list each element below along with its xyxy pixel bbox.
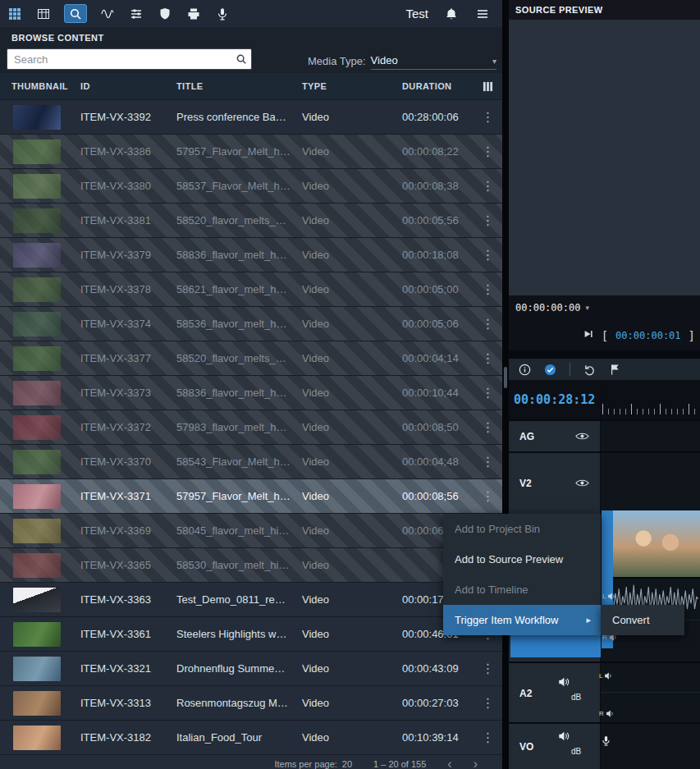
db-label[interactable]: dB xyxy=(571,747,581,756)
item-duration: 00:00:04;48 xyxy=(396,455,474,468)
col-title[interactable]: TITLE xyxy=(170,81,295,91)
speaker-icon[interactable] xyxy=(558,676,570,688)
table-row[interactable]: ITEM-VX-3374 58536_flavor_melt_h… Video … xyxy=(0,307,502,341)
row-actions-kebab-icon[interactable]: ⋮ xyxy=(482,318,495,331)
source-preview-viewport xyxy=(509,20,700,295)
timeline-ruler[interactable] xyxy=(601,380,700,419)
menu-item-add-to-timeline[interactable]: Add to Timeline xyxy=(443,574,601,605)
preview-timecode[interactable]: 00:00:00:00 xyxy=(515,302,580,314)
track-name: A2 xyxy=(519,688,532,699)
table-row[interactable]: ITEM-VX-3321 Drohnenflug Summe… Video 00… xyxy=(0,652,502,686)
menu-item-add-to-project-bin[interactable]: Add to Project Bin xyxy=(443,514,601,544)
timeline-clip-thumbnail[interactable] xyxy=(613,510,700,577)
pagination-bar: Items per page: 20 1 – 20 of 155 ‹ › xyxy=(0,755,502,769)
undo-icon[interactable] xyxy=(583,364,596,376)
table-row[interactable]: ITEM-VX-3381 58520_flavor_melts_… Video … xyxy=(0,204,502,238)
check-circle-icon[interactable] xyxy=(544,364,556,376)
speaker-icon[interactable] xyxy=(604,671,613,680)
chevron-down-icon[interactable]: ▾ xyxy=(585,304,589,312)
item-title: 58536_flavor_melt_h… xyxy=(170,318,295,330)
skip-to-end-icon[interactable] xyxy=(583,328,594,343)
col-duration[interactable]: DURATION xyxy=(396,81,474,91)
table-row[interactable]: ITEM-VX-3392 Press conference Ba… Video … xyxy=(0,100,502,135)
table-row[interactable]: ITEM-VX-3380 58537_Flavor_Melt_h… Video … xyxy=(0,169,502,204)
menu-item-label: Trigger Item Workflow xyxy=(455,614,558,626)
row-actions-kebab-icon[interactable]: ⋮ xyxy=(482,662,495,675)
speaker-icon[interactable] xyxy=(558,730,570,742)
table-row[interactable]: ITEM-VX-3369 58045_flavor_melt_hi… Video… xyxy=(0,514,502,548)
table-row[interactable]: ITEM-VX-3373 58836_flavor_melt_h… Video … xyxy=(0,376,502,410)
row-actions-kebab-icon[interactable]: ⋮ xyxy=(482,111,495,124)
table-row[interactable]: ITEM-VX-3386 57957_Flavor_Melt_h… Video … xyxy=(0,135,502,169)
search-input[interactable] xyxy=(7,53,231,66)
hamburger-menu-icon[interactable] xyxy=(474,6,491,22)
table-row[interactable]: ITEM-VX-3363 Test_Demo_0811_re… Video 00… xyxy=(0,583,502,617)
info-icon[interactable] xyxy=(519,364,531,376)
notifications-bell-icon[interactable] xyxy=(443,6,460,22)
speaker-icon[interactable] xyxy=(607,592,616,601)
table-row-selected[interactable]: ITEM-VX-3371 57957_Flavor_Melt_h… Video … xyxy=(0,479,502,514)
row-actions-kebab-icon[interactable]: ⋮ xyxy=(482,697,495,710)
prev-page-icon[interactable]: ‹ xyxy=(447,759,451,768)
track-ag-header[interactable]: AG xyxy=(509,421,601,451)
track-a2-left-sublane xyxy=(601,663,700,693)
track-vo-header[interactable]: VO dB xyxy=(509,724,601,769)
table-row[interactable]: ITEM-VX-3379 58836_flavor_melt_h… Video … xyxy=(0,238,502,272)
submenu-arrow-icon: ▸ xyxy=(586,615,591,625)
row-actions-kebab-icon[interactable]: ⋮ xyxy=(482,352,495,365)
table-row[interactable]: ITEM-VX-3378 58621_flavor_melt_h… Video … xyxy=(0,272,502,307)
track-vo-lane[interactable] xyxy=(601,724,700,769)
table-view-icon[interactable] xyxy=(35,6,52,22)
row-actions-kebab-icon[interactable]: ⋮ xyxy=(482,455,495,469)
table-row[interactable]: ITEM-VX-3372 57983_flavor_melt_h… Video … xyxy=(0,410,502,445)
eye-icon[interactable] xyxy=(575,478,589,487)
mark-in-icon[interactable]: [ xyxy=(602,329,608,342)
search-icon[interactable] xyxy=(231,53,251,65)
media-type-select[interactable]: Video ▾ xyxy=(371,54,496,70)
speaker-icon[interactable] xyxy=(606,709,615,718)
col-type[interactable]: TYPE xyxy=(295,81,396,91)
row-actions-kebab-icon[interactable]: ⋮ xyxy=(482,180,495,193)
table-row[interactable]: ITEM-VX-3365 58530_flavor_melt_hi… Video… xyxy=(0,548,502,583)
mark-out-icon[interactable]: ] xyxy=(689,329,695,342)
col-thumbnail[interactable]: THUMBNAIL xyxy=(0,81,74,91)
microphone-icon[interactable] xyxy=(214,6,231,22)
next-page-icon[interactable]: › xyxy=(474,759,478,768)
row-actions-kebab-icon[interactable]: ⋮ xyxy=(482,421,495,434)
col-id[interactable]: ID xyxy=(74,81,170,91)
items-per-page-value[interactable]: 20 xyxy=(342,759,352,769)
eye-icon[interactable] xyxy=(575,432,589,441)
filter-row: Media Type: Video ▾ xyxy=(0,47,502,73)
track-ag-lane[interactable] xyxy=(601,421,700,451)
apps-grid-icon[interactable] xyxy=(7,6,23,22)
printer-icon[interactable] xyxy=(185,6,202,22)
sliders-icon[interactable] xyxy=(128,6,144,22)
add-marker-icon[interactable] xyxy=(609,364,621,376)
row-actions-kebab-icon[interactable]: ⋮ xyxy=(482,249,495,262)
column-settings-icon[interactable] xyxy=(474,81,502,92)
menu-item-trigger-item-workflow[interactable]: Trigger Item Workflow ▸ xyxy=(443,605,601,635)
table-row[interactable]: ITEM-VX-3377 58520_flavor_melts_… Video … xyxy=(0,341,502,376)
pane-resize-handle[interactable] xyxy=(504,367,507,388)
table-row[interactable]: ITEM-VX-3313 Rosenmontagszug M… Video 00… xyxy=(0,686,502,721)
db-label[interactable]: dB xyxy=(571,693,581,702)
shield-icon[interactable] xyxy=(157,6,173,22)
track-a2-header[interactable]: A2 dB xyxy=(509,663,601,722)
row-actions-kebab-icon[interactable]: ⋮ xyxy=(482,490,495,503)
row-actions-kebab-icon[interactable]: ⋮ xyxy=(482,283,495,296)
microphone-icon[interactable] xyxy=(601,735,611,746)
row-actions-kebab-icon[interactable]: ⋮ xyxy=(482,214,495,227)
menu-item-add-to-source-preview[interactable]: Add to Source Preview xyxy=(443,544,601,574)
search-tab-icon[interactable] xyxy=(64,4,87,23)
item-type: Video xyxy=(295,421,396,433)
track-a2-lane[interactable] xyxy=(601,663,700,722)
video-thumbnail xyxy=(13,726,61,750)
table-row[interactable]: ITEM-VX-3370 58543_Flavor_Melt_h… Video … xyxy=(0,445,502,479)
row-actions-kebab-icon[interactable]: ⋮ xyxy=(482,387,495,400)
row-actions-kebab-icon[interactable]: ⋮ xyxy=(482,731,495,744)
table-row[interactable]: ITEM-VX-3182 Italian_Food_Tour Video 00:… xyxy=(0,721,502,755)
audio-wave-icon[interactable] xyxy=(99,6,116,22)
row-actions-kebab-icon[interactable]: ⋮ xyxy=(482,145,495,158)
submenu-item-convert[interactable]: Convert xyxy=(601,605,684,635)
table-row[interactable]: ITEM-VX-3361 Steelers Highlights w… Vide… xyxy=(0,617,502,652)
